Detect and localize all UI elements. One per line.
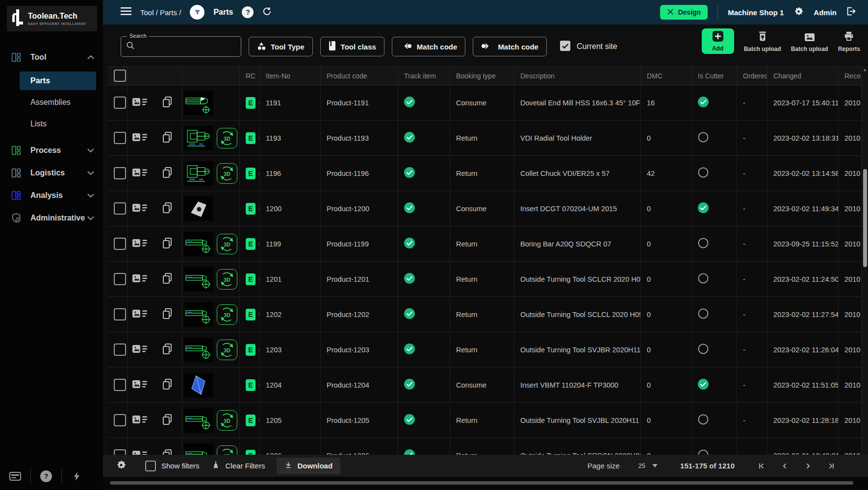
search-input[interactable] bbox=[139, 42, 224, 51]
table-row[interactable]: 3D E0 1193 Product-1193 Return VDI Radia… bbox=[108, 121, 862, 156]
logout-icon[interactable] bbox=[846, 7, 856, 18]
part-thumbnail-turning-drawing[interactable] bbox=[184, 302, 213, 327]
row-checkbox[interactable] bbox=[114, 97, 126, 109]
row-checkbox[interactable] bbox=[114, 308, 126, 320]
3d-view-badge[interactable]: 3D bbox=[217, 340, 237, 360]
tool-class-filter-button[interactable]: Tool class bbox=[320, 37, 384, 56]
part-thumbnail-holder-drawing[interactable] bbox=[184, 161, 213, 186]
match-code-out-filter-button[interactable]: Match code bbox=[473, 37, 547, 56]
hamburger-menu-icon[interactable] bbox=[121, 7, 131, 17]
sidebar-item-tool[interactable]: Tool bbox=[0, 46, 103, 69]
clear-filters-button[interactable]: Clear Filters bbox=[211, 461, 265, 471]
3d-view-badge[interactable]: 3D bbox=[217, 445, 237, 456]
lightning-icon[interactable] bbox=[62, 472, 92, 481]
part-thumbnail-turning-drawing[interactable] bbox=[184, 267, 213, 292]
copy-icon[interactable] bbox=[162, 272, 173, 286]
last-page-icon[interactable] bbox=[820, 462, 843, 470]
table-row[interactable]: E0 1204 Product-1204 Consume Insert VBMT… bbox=[108, 368, 862, 403]
details-card-icon[interactable] bbox=[132, 238, 147, 249]
details-card-icon[interactable] bbox=[132, 97, 147, 108]
table-row[interactable]: 3D E0 1199 Product-1199 Return Boring Ba… bbox=[108, 226, 862, 262]
table-row[interactable]: 3D E0 1196 Product-1196 Return Collet Ch… bbox=[108, 156, 862, 191]
sidebar-item-analysis[interactable]: Analysis bbox=[0, 184, 103, 207]
horizontal-scrollbar-thumb[interactable] bbox=[110, 481, 853, 485]
select-all-checkbox[interactable] bbox=[114, 70, 126, 82]
vertical-scrollbar-thumb[interactable] bbox=[863, 169, 867, 267]
tool-type-filter-button[interactable]: Tool Type bbox=[249, 37, 313, 56]
row-checkbox[interactable] bbox=[114, 343, 126, 356]
part-thumbnail-turning-drawing[interactable] bbox=[184, 443, 213, 456]
column-header-reco[interactable]: Reco bbox=[839, 67, 862, 85]
user-menu[interactable]: Admin bbox=[814, 8, 837, 17]
3d-view-badge[interactable]: 3D bbox=[217, 234, 237, 254]
sidebar-item-lists[interactable]: Lists bbox=[20, 115, 96, 133]
brand-logo[interactable]: Toolean.Tech EASY EFFICIENT INTELLIGENT bbox=[7, 6, 97, 31]
column-header-dmc[interactable]: DMC bbox=[641, 67, 692, 85]
page-size-caret-icon[interactable] bbox=[652, 464, 658, 467]
show-filters-toggle[interactable]: Show filters bbox=[145, 461, 200, 471]
row-checkbox[interactable] bbox=[114, 414, 126, 426]
reports-button[interactable]: Reports bbox=[838, 31, 860, 54]
column-header-item-no[interactable]: Item-No bbox=[260, 67, 321, 85]
details-card-icon[interactable] bbox=[132, 273, 147, 285]
help-icon[interactable]: ? bbox=[242, 6, 254, 18]
keyboard-icon[interactable] bbox=[0, 472, 30, 481]
3d-view-badge[interactable]: 3D bbox=[217, 128, 237, 148]
batch-upload-tools-button[interactable]: Batch upload bbox=[744, 31, 781, 54]
part-thumbnail-turning-drawing[interactable] bbox=[184, 338, 213, 362]
vertical-scrollbar[interactable]: ▲ ▼ bbox=[862, 66, 868, 479]
horizontal-scrollbar[interactable] bbox=[103, 477, 868, 490]
table-row[interactable]: E0 1200 Product-1200 Consume Insert DCGT… bbox=[108, 191, 862, 226]
breadcrumb[interactable]: Tool / Parts / bbox=[140, 8, 181, 17]
table-row[interactable]: 3D E0 1203 Product-1203 Return Outside T… bbox=[108, 332, 862, 368]
match-code-in-filter-button[interactable]: Match code bbox=[392, 37, 466, 56]
sidebar-item-parts[interactable]: Parts bbox=[20, 72, 96, 90]
row-checkbox[interactable] bbox=[114, 167, 126, 179]
copy-icon[interactable] bbox=[162, 308, 173, 321]
copy-icon[interactable] bbox=[162, 378, 173, 392]
table-row[interactable]: 3D E0 1201 Product-1201 Return Outside T… bbox=[108, 262, 862, 297]
filter-funnel-icon[interactable] bbox=[190, 5, 204, 20]
sidebar-item-logistics[interactable]: Logistics bbox=[0, 162, 103, 184]
batch-upload-images-button[interactable]: Batch upload bbox=[791, 33, 828, 54]
sidebar-item-administrative[interactable]: Administrative bbox=[0, 207, 103, 229]
column-header-description[interactable]: Description bbox=[514, 67, 641, 85]
sidebar-item-process[interactable]: Process bbox=[0, 139, 103, 162]
page-size-value[interactable]: 25 bbox=[638, 462, 645, 469]
column-header-ordered[interactable]: Ordered bbox=[737, 67, 767, 85]
details-card-icon[interactable] bbox=[132, 379, 147, 391]
previous-page-icon[interactable] bbox=[773, 462, 796, 470]
column-header-rc[interactable]: RC bbox=[240, 67, 260, 85]
details-card-icon[interactable] bbox=[132, 344, 147, 355]
sidebar-item-assemblies[interactable]: Assemblies bbox=[20, 93, 96, 112]
table-row[interactable]: 3D E0 1206 Product-1206 Return Outside T… bbox=[108, 438, 862, 456]
3d-view-badge[interactable]: 3D bbox=[217, 163, 237, 184]
copy-icon[interactable] bbox=[162, 131, 173, 145]
part-thumbnail-insert-blue[interactable] bbox=[184, 373, 213, 397]
column-header-product-code[interactable]: Product code bbox=[321, 67, 398, 85]
next-page-icon[interactable] bbox=[796, 462, 820, 470]
part-thumbnail-turning-drawing[interactable] bbox=[184, 232, 213, 256]
3d-view-badge[interactable]: 3D bbox=[217, 410, 237, 431]
part-thumbnail-holder-drawing[interactable] bbox=[184, 126, 213, 150]
copy-icon[interactable] bbox=[162, 343, 173, 356]
table-row[interactable]: 3D E0 1205 Product-1205 Return Outside T… bbox=[108, 403, 862, 438]
design-button[interactable]: Design bbox=[660, 5, 708, 20]
table-row[interactable]: 3D E0 1202 Product-1202 Return Outside T… bbox=[108, 297, 862, 332]
column-header-booking-type[interactable]: Booking type bbox=[450, 67, 514, 85]
row-checkbox[interactable] bbox=[114, 238, 126, 250]
first-page-icon[interactable] bbox=[749, 462, 773, 470]
scroll-up-arrow-icon[interactable]: ▲ bbox=[862, 66, 868, 73]
copy-icon[interactable] bbox=[162, 167, 173, 180]
details-card-icon[interactable] bbox=[132, 415, 147, 426]
column-header-is-cutter[interactable]: Is Cutter bbox=[692, 67, 737, 85]
copy-icon[interactable] bbox=[162, 237, 173, 250]
3d-view-badge[interactable]: 3D bbox=[217, 304, 237, 325]
current-site-checkbox[interactable] bbox=[560, 41, 570, 53]
copy-icon[interactable] bbox=[162, 96, 173, 109]
site-selector[interactable]: Machine Shop 1 bbox=[728, 8, 784, 17]
details-card-icon[interactable] bbox=[132, 309, 147, 320]
table-settings-gear-icon[interactable] bbox=[116, 460, 127, 472]
row-checkbox[interactable] bbox=[114, 132, 126, 144]
part-thumbnail-endmill-drawing[interactable] bbox=[184, 91, 213, 115]
